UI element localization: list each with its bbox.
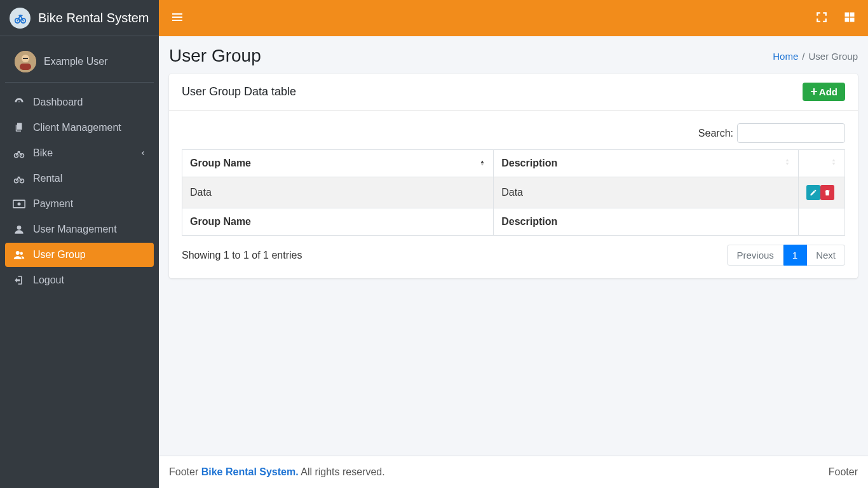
grid-button[interactable] [841, 9, 858, 27]
plus-icon [810, 86, 818, 97]
foot-description: Description [494, 208, 799, 236]
col-actions[interactable] [798, 150, 844, 177]
nav-label: Payment [33, 198, 73, 210]
foot-actions [798, 208, 844, 236]
bike-icon [13, 147, 25, 159]
datatable-info: Showing 1 to 1 of 1 entries [182, 250, 302, 261]
nav-user-management[interactable]: User Management [5, 217, 154, 241]
money-icon [13, 200, 25, 208]
bike-icon [13, 173, 25, 184]
breadcrumb-sep: / [802, 51, 804, 62]
breadcrumb: Home / User Group [773, 51, 858, 62]
svg-point-12 [17, 226, 22, 230]
logout-icon [13, 274, 25, 286]
footer-prefix: Footer [169, 466, 201, 477]
card-title: User Group Data table [182, 85, 296, 98]
user-panel: Example User [5, 41, 154, 83]
breadcrumb-current: User Group [808, 51, 858, 62]
content: User Group Data table Add Search: Group … [159, 74, 868, 456]
sidebar-toggle-button[interactable] [169, 10, 186, 27]
add-button[interactable]: Add [803, 83, 845, 101]
content-header: User Group Home / User Group [159, 36, 868, 74]
cell-description: Data [494, 177, 799, 208]
topbar [159, 0, 868, 36]
svg-point-11 [18, 203, 21, 206]
fullscreen-toggle-button[interactable] [813, 9, 830, 27]
datatable-bottom: Showing 1 to 1 of 1 entries Previous 1 N… [182, 245, 845, 266]
svg-rect-20 [845, 18, 850, 22]
cell-group-name: Data [182, 177, 494, 208]
col-group-name[interactable]: Group Name [182, 150, 494, 177]
user-icon [13, 224, 25, 235]
card-header: User Group Data table Add [169, 74, 858, 111]
files-icon [13, 122, 25, 133]
svg-rect-21 [850, 18, 855, 22]
nav-label: Client Management [33, 122, 121, 133]
nav-label: Logout [33, 274, 64, 286]
page-prev[interactable]: Previous [727, 245, 783, 266]
brand[interactable]: Bike Rental System [0, 0, 159, 36]
svg-rect-16 [172, 17, 182, 18]
svg-rect-18 [845, 13, 850, 17]
brand-logo-icon [10, 8, 31, 29]
pagination: Previous 1 Next [727, 245, 845, 266]
svg-rect-5 [23, 58, 28, 59]
user-name[interactable]: Example User [44, 56, 107, 67]
card: User Group Data table Add Search: Group … [169, 74, 858, 278]
foot-group-name: Group Name [182, 208, 494, 236]
footer-right: Footer [829, 466, 858, 478]
datatable-top: Search: [182, 123, 845, 143]
nav-label: Dashboard [33, 97, 83, 108]
sort-asc-icon [478, 158, 487, 169]
main: User Group Home / User Group User Group … [159, 0, 868, 488]
svg-point-13 [16, 251, 20, 255]
nav-bike[interactable]: Bike [5, 141, 154, 165]
dashboard-icon [13, 97, 25, 108]
svg-rect-19 [850, 13, 855, 17]
brand-name: Bike Rental System [38, 11, 149, 25]
svg-point-14 [20, 252, 24, 255]
nav-logout[interactable]: Logout [5, 268, 154, 292]
chevron-left-icon [140, 147, 146, 159]
footer-suffix: All rights reserved. [299, 466, 385, 477]
search-input[interactable] [737, 123, 845, 143]
col-label: Group Name [190, 158, 251, 168]
sort-icon [829, 158, 838, 169]
data-table: Group Name Description [182, 149, 845, 236]
svg-rect-23 [811, 91, 817, 92]
table-row: Data Data [182, 177, 845, 208]
footer: Footer Bike Rental System. All rights re… [159, 456, 868, 488]
col-label: Description [501, 158, 557, 168]
nav-payment[interactable]: Payment [5, 192, 154, 216]
sidebar-nav: Dashboard Client Management Bike Rental … [0, 85, 159, 299]
search-label: Search: [698, 128, 733, 139]
sidebar: Bike Rental System Example User Dashboar… [0, 0, 159, 488]
nav-label: Rental [33, 173, 62, 184]
page-next[interactable]: Next [807, 245, 845, 266]
col-description[interactable]: Description [494, 150, 799, 177]
svg-rect-17 [172, 20, 182, 21]
footer-brand-link[interactable]: Bike Rental System. [201, 466, 299, 477]
cell-actions [798, 177, 844, 208]
nav-client-management[interactable]: Client Management [5, 116, 154, 140]
page-1[interactable]: 1 [783, 245, 807, 266]
svg-rect-15 [172, 13, 182, 15]
delete-button[interactable] [820, 185, 834, 200]
nav-user-group[interactable]: User Group [5, 243, 154, 267]
nav-label: User Management [33, 224, 117, 235]
nav-rental[interactable]: Rental [5, 166, 154, 191]
avatar [15, 51, 36, 72]
card-body: Search: Group Name Description [169, 111, 858, 278]
nav-label: Bike [33, 147, 53, 159]
nav-dashboard[interactable]: Dashboard [5, 90, 154, 114]
breadcrumb-home[interactable]: Home [773, 51, 798, 62]
users-icon [13, 249, 25, 261]
edit-button[interactable] [806, 185, 820, 200]
sort-icon [783, 158, 792, 169]
add-button-label: Add [819, 86, 837, 97]
nav-label: User Group [33, 249, 86, 261]
footer-left: Footer Bike Rental System. All rights re… [169, 466, 385, 478]
svg-rect-4 [20, 64, 31, 70]
page-title: User Group [169, 46, 261, 66]
